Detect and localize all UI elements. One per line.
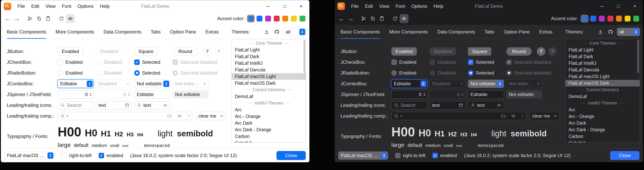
accent-swatch[interactable] [608,16,613,22]
right-to-left-checkbox[interactable]: right-to-left [61,153,92,158]
accent-swatch[interactable] [590,16,596,22]
close-dialog-button[interactable]: Close [276,151,306,160]
enabled-button[interactable]: Enabled [391,47,417,56]
menu-help[interactable]: Help [430,0,446,12]
refresh-button[interactable] [57,14,66,23]
copy-button[interactable] [34,14,44,23]
checkbox-enabled[interactable]: Enabled [391,60,416,65]
calendar-icon[interactable] [458,103,463,108]
maximize-button[interactable]: □ [610,0,626,12]
search-field[interactable]: Search [58,101,94,109]
tab-data-components[interactable]: Data Components [104,25,141,39]
spinner-enabled[interactable]: 0 [58,90,94,99]
menu-font[interactable]: Font [59,0,74,12]
combobox-arrows-icon[interactable] [633,29,639,35]
tab-option-pane[interactable]: Option Pane [170,25,196,39]
menu-edit[interactable]: Edit [362,0,376,12]
accent-swatch[interactable] [582,16,588,22]
search-history-field[interactable]: Cc W .* [391,112,526,120]
combobox-arrows-icon[interactable] [48,152,53,159]
combobox-arrows-icon[interactable] [163,81,169,87]
close-window-button[interactable]: × [626,0,643,12]
theme-item[interactable]: Arc - Orange [232,113,306,120]
search-history-field[interactable]: Cc W .* [58,112,192,120]
user-field[interactable]: text [468,101,504,109]
theme-item[interactable]: DemoLaf [566,93,640,100]
match-case-button[interactable]: Cc [167,114,172,118]
checkbox-selected[interactable]: ✓Selected [468,60,494,65]
scrollbar-thumb[interactable] [304,40,306,73]
combobox-arrows-icon[interactable] [420,81,426,87]
scrollbar-thumb[interactable] [637,40,639,73]
match-case-button[interactable]: Cc [501,114,506,118]
menu-options[interactable]: Options [408,0,431,12]
editable-textfield[interactable]: Editable [134,90,170,99]
menu-file[interactable]: File [14,0,28,12]
combobox-arrows-icon[interactable] [299,29,305,35]
tab-more-components[interactable]: More Components [389,25,428,39]
accent-swatch[interactable] [265,16,271,22]
theme-item[interactable]: Cobalt 2 [232,140,306,143]
theme-item[interactable]: Carbon [566,133,640,140]
radio-selected[interactable]: Selected [134,70,160,76]
menu-edit[interactable]: Edit [28,0,42,12]
tab-basic-components[interactable]: Basic Components [7,25,46,39]
combobox-arrows-icon[interactable] [497,81,503,87]
calendar-icon[interactable] [125,103,129,108]
enabled-checkbox[interactable]: ✓ enabled [99,153,123,158]
tab-tabs[interactable]: Tabs [151,25,160,39]
paste-button[interactable] [377,14,386,23]
clear-me-field[interactable]: clear me × [530,112,560,120]
accent-swatch[interactable] [616,16,622,22]
accent-swatch[interactable] [633,16,639,22]
accent-swatch[interactable] [291,16,297,22]
spinner-arrows-icon[interactable] [424,93,425,96]
theme-item[interactable]: FlatLaf macOS Dark [566,80,640,86]
themes-scrollbar[interactable] [637,40,639,142]
tab-option-pane[interactable]: Option Pane [504,25,530,39]
combobox-arrows-icon[interactable] [87,81,92,87]
accent-swatch[interactable] [282,16,288,22]
round-button[interactable]: Round [506,47,532,56]
radio-enabled[interactable]: Enabled [391,70,416,76]
tab-extras[interactable]: Extras [539,25,552,39]
help-button[interactable]: ? [203,47,212,56]
theme-item[interactable]: FlatLaf macOS Dark [232,80,306,86]
clear-icon[interactable]: × [554,113,557,119]
theme-item[interactable]: Arc Dark [232,120,306,126]
theme-item[interactable]: FlatLaf macOS Light [566,73,640,80]
refresh-button[interactable] [390,14,400,23]
user-field[interactable]: text [134,101,170,109]
forward-button[interactable]: → [346,14,355,23]
tab-more-components[interactable]: More Components [56,25,94,39]
accent-swatch[interactable] [625,16,630,22]
theme-item[interactable]: FlatLaf IntelliJ [232,60,306,67]
maximize-button[interactable]: □ [276,0,293,12]
copy-button[interactable] [368,14,377,23]
paste-button[interactable] [44,14,52,23]
menu-view[interactable]: View [42,0,59,12]
combobox-not-editable[interactable]: Not editable [134,80,170,88]
spinner-arrows-icon[interactable] [90,93,92,96]
theme-item[interactable]: FlatLaf Dark [232,53,306,60]
regex-button[interactable]: .* [521,114,524,118]
combobox-not-editable[interactable]: Not editable [468,80,504,88]
download-button[interactable] [263,28,270,36]
show-hidden-toggle[interactable] [400,14,408,23]
github-button[interactable] [607,28,614,36]
download-button[interactable] [596,28,604,36]
clear-me-field[interactable]: clear me × [196,112,226,120]
accent-swatch[interactable] [300,16,306,22]
menu-file[interactable]: File [348,0,362,12]
combobox-editable[interactable]: Editable [391,80,427,88]
back-button[interactable]: ← [337,14,346,23]
theme-item[interactable]: DemoLaf [232,93,306,100]
theme-item[interactable]: FlatLaf Darcula [566,67,640,73]
minimize-button[interactable]: ─ [594,0,610,12]
minimize-button[interactable]: ─ [260,0,276,12]
tab-data-components[interactable]: Data Components [437,25,475,39]
theme-item[interactable]: Arc [232,106,306,113]
cut-button[interactable] [359,14,368,23]
close-window-button[interactable]: × [293,0,309,12]
themes-filter-combo[interactable]: all [617,28,640,36]
